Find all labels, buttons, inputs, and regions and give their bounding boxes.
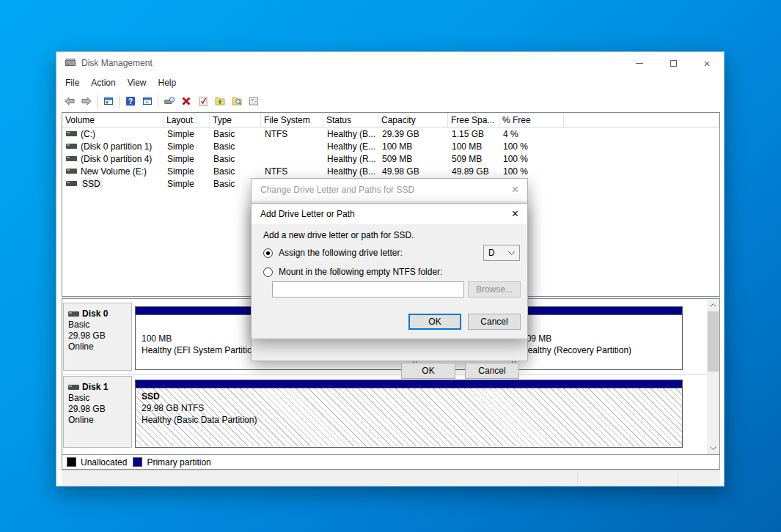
ok-button[interactable]: OK bbox=[401, 363, 455, 379]
status-separator bbox=[577, 473, 578, 484]
disk1-partition-ssd[interactable]: SSD 29.98 GB NTFS Healthy (Basic Data Pa… bbox=[135, 380, 683, 448]
maximize-button[interactable] bbox=[656, 52, 690, 74]
volume-row-c[interactable]: (C:) Simple Basic NTFS Healthy (B... 29.… bbox=[62, 128, 719, 140]
cell-free: 49.89 GB bbox=[448, 166, 499, 177]
close-button[interactable]: × bbox=[690, 52, 724, 74]
dialog-title-bar: Change Drive Letter and Paths for SSD × bbox=[252, 179, 527, 201]
legend-label: Unallocated bbox=[81, 457, 127, 468]
open-folder-button[interactable] bbox=[211, 93, 228, 109]
svg-text:?: ? bbox=[128, 97, 132, 106]
cancel-button[interactable]: Cancel bbox=[465, 363, 519, 379]
console-tree-button[interactable] bbox=[100, 93, 117, 109]
assign-letter-radio[interactable] bbox=[263, 248, 273, 258]
cell-status: Healthy (B... bbox=[323, 166, 378, 177]
volume-drive-icon bbox=[66, 181, 77, 186]
delete-volume-icon bbox=[180, 95, 192, 107]
drive-view-button[interactable] bbox=[161, 93, 177, 109]
minimize-button[interactable] bbox=[623, 52, 656, 74]
col-freespace[interactable]: Free Spa... bbox=[448, 113, 499, 127]
mark-active-icon bbox=[197, 95, 209, 107]
cell-status: Healthy (E... bbox=[323, 141, 378, 152]
volume-drive-icon bbox=[66, 144, 77, 149]
delete-volume-button[interactable] bbox=[177, 93, 194, 109]
col-filesystem[interactable]: File System bbox=[261, 113, 323, 127]
scroll-down-icon[interactable] bbox=[707, 442, 719, 454]
explore-folder-button[interactable] bbox=[228, 93, 245, 109]
col-pctfree[interactable]: % Free bbox=[499, 113, 564, 127]
cell-type: Basic bbox=[210, 154, 261, 164]
cell-type: Basic bbox=[210, 141, 261, 152]
mark-active-button[interactable] bbox=[194, 93, 211, 109]
desktop: Disk Management × File Action View Help … bbox=[0, 0, 781, 532]
disk1-graphics: SSD 29.98 GB NTFS Healthy (Basic Data Pa… bbox=[133, 376, 707, 451]
cell-free: 509 MB bbox=[448, 154, 499, 164]
browse-button[interactable]: Browse... bbox=[468, 281, 521, 298]
minimize-icon bbox=[636, 63, 643, 64]
help-button[interactable]: ? bbox=[122, 93, 139, 109]
add-drive-letter-dialog: Add Drive Letter or Path × Add a new dri… bbox=[251, 203, 528, 339]
cell-capacity: 29.39 GB bbox=[378, 129, 448, 139]
cell-type: Basic bbox=[210, 166, 261, 177]
cell-pfree: 4 % bbox=[499, 129, 564, 139]
menu-view[interactable]: View bbox=[122, 75, 153, 91]
action-pane-button[interactable] bbox=[139, 93, 155, 109]
volume-drive-icon bbox=[66, 131, 77, 136]
col-capacity[interactable]: Capacity bbox=[378, 113, 448, 127]
properties-button[interactable] bbox=[245, 93, 262, 109]
selected-partition-hatch: SSD 29.98 GB NTFS Healthy (Basic Data Pa… bbox=[136, 388, 682, 446]
cell-free: 1.15 GB bbox=[448, 129, 499, 139]
close-icon[interactable]: × bbox=[512, 184, 518, 196]
disk-status: Online bbox=[68, 415, 131, 426]
disk-name: Disk 1 bbox=[82, 382, 108, 393]
action-pane-icon bbox=[142, 95, 153, 107]
legend-bar: Unallocated Primary partition bbox=[62, 454, 719, 469]
status-separator bbox=[678, 473, 678, 484]
cell-capacity: 509 MB bbox=[378, 154, 448, 164]
disk0-info[interactable]: Disk 0 Basic 29.98 GB Online bbox=[63, 303, 132, 371]
mount-folder-row: Mount in the following empty NTFS folder… bbox=[263, 267, 442, 277]
volume-row-partition4[interactable]: (Disk 0 partition 4) Simple Basic Health… bbox=[62, 152, 719, 165]
forward-arrow-icon bbox=[81, 95, 92, 107]
cell-layout: Simple bbox=[164, 129, 210, 139]
disk-size: 29.98 GB bbox=[68, 404, 131, 415]
disk1-info[interactable]: Disk 1 Basic 29.98 GB Online bbox=[63, 376, 132, 448]
mount-folder-input[interactable] bbox=[272, 281, 464, 298]
primary-partition-strip bbox=[516, 307, 682, 315]
volume-row-e[interactable]: New Volume (E:) Simple Basic NTFS Health… bbox=[62, 165, 719, 177]
col-layout[interactable]: Layout bbox=[164, 113, 210, 127]
legend-primary-partition: Primary partition bbox=[133, 457, 210, 468]
assign-letter-label: Assign the following drive letter: bbox=[279, 248, 403, 258]
close-icon[interactable]: × bbox=[512, 208, 518, 220]
menu-bar: File Action View Help bbox=[56, 74, 724, 92]
col-type[interactable]: Type bbox=[210, 113, 261, 127]
menu-action[interactable]: Action bbox=[85, 75, 121, 91]
disk0-partition-recovery[interactable]: 509 MB Healthy (Recovery Partition) bbox=[515, 306, 683, 370]
col-volume[interactable]: Volume bbox=[62, 113, 164, 127]
scrollbar-thumb[interactable] bbox=[708, 311, 719, 372]
mount-folder-radio[interactable] bbox=[263, 267, 273, 277]
cell-status: Healthy (B... bbox=[323, 129, 378, 139]
cancel-button[interactable]: Cancel bbox=[468, 314, 521, 330]
scrollbar[interactable] bbox=[707, 299, 719, 454]
unallocated-swatch bbox=[67, 457, 76, 467]
ok-button[interactable]: OK bbox=[408, 314, 461, 330]
back-button[interactable] bbox=[61, 93, 78, 109]
scroll-up-icon[interactable] bbox=[707, 299, 719, 311]
toolbar-separator bbox=[97, 95, 98, 108]
menu-help[interactable]: Help bbox=[153, 75, 183, 91]
col-status[interactable]: Status bbox=[323, 113, 378, 127]
dialog-title: Add Drive Letter or Path bbox=[260, 209, 355, 219]
toolbar: ? bbox=[56, 92, 724, 111]
console-tree-icon bbox=[103, 95, 114, 107]
volume-row-partition1[interactable]: (Disk 0 partition 1) Simple Basic Health… bbox=[62, 140, 719, 152]
disk-type: Basic bbox=[68, 319, 131, 330]
volume-drive-icon bbox=[66, 169, 77, 174]
disk-icon bbox=[68, 311, 79, 317]
disk1-row: Disk 1 Basic 29.98 GB Online SSD 29.98 G… bbox=[62, 376, 707, 451]
cell-status: Healthy (R... bbox=[323, 154, 378, 164]
disk-status: Online bbox=[68, 341, 131, 352]
drive-letter-dropdown[interactable]: D bbox=[483, 245, 520, 261]
help-icon: ? bbox=[125, 95, 136, 107]
menu-file[interactable]: File bbox=[59, 75, 85, 91]
forward-button[interactable] bbox=[78, 93, 95, 109]
